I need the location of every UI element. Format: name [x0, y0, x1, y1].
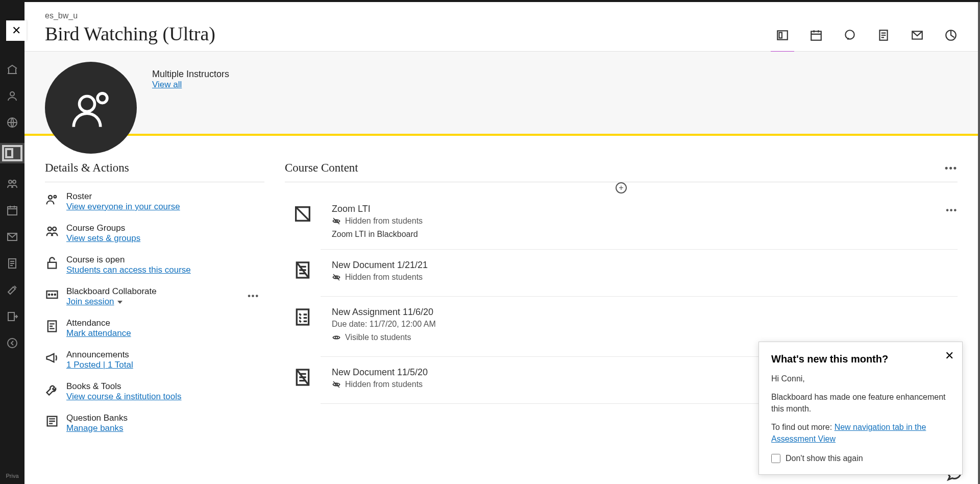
activity-icon[interactable]	[6, 116, 18, 129]
attendance-link[interactable]: Mark attendance	[66, 328, 131, 338]
svg-point-28	[55, 294, 56, 295]
content-item-title: Zoom LTI	[332, 204, 423, 214]
svg-point-19	[97, 93, 107, 103]
content-item[interactable]: Zoom LTIHidden from studentsZoom LTI in …	[321, 193, 958, 250]
close-icon: ✕	[12, 24, 21, 37]
content-item-icon	[292, 367, 313, 388]
profile-icon[interactable]	[6, 90, 18, 102]
announcements-row: Announcements 1 Posted | 1 Total	[45, 350, 264, 370]
svg-point-0	[10, 92, 14, 96]
messages-icon[interactable]	[6, 231, 18, 243]
visibility-row[interactable]: Visible to students	[332, 333, 436, 342]
header-tabs	[776, 29, 958, 45]
content-item-icon	[292, 204, 313, 224]
whats-new-popup: ✕ What's new this month? Hi Conni, Black…	[758, 342, 963, 475]
content-more-button[interactable]: •••	[945, 163, 958, 174]
visibility-row[interactable]: Hidden from students	[332, 216, 423, 226]
content-item-title: New Assignment 11/6/20	[332, 307, 436, 318]
tab-discussions[interactable]	[843, 29, 856, 42]
popup-close-button[interactable]: ✕	[945, 349, 954, 362]
svg-point-23	[53, 227, 56, 231]
svg-rect-9	[8, 312, 14, 321]
instructors-label: Multiple Instructors	[152, 69, 229, 80]
collab-row: Blackboard Collaborate Join session •••	[45, 286, 264, 307]
popup-body: Blackboard has made one feature enhancem…	[771, 392, 950, 415]
breadcrumb: es_bw_u	[45, 11, 215, 20]
content-item[interactable]: New Document 1/21/21Hidden from students	[321, 250, 958, 297]
qbanks-link[interactable]: Manage banks	[66, 423, 124, 433]
svg-point-5	[13, 180, 16, 183]
content-item-more-button[interactable]: •••	[946, 206, 958, 215]
announcements-link[interactable]: 1 Posted | 1 Total	[66, 360, 133, 370]
content-item-title: New Document 11/5/20	[332, 367, 428, 378]
access-link[interactable]: Students can access this course	[66, 265, 191, 275]
content-item-icon	[292, 260, 313, 280]
access-title: Course is open	[66, 255, 191, 265]
svg-rect-6	[8, 207, 17, 215]
tools-icon[interactable]	[6, 284, 18, 296]
scrollbar[interactable]	[978, 2, 980, 484]
groups-link[interactable]: View sets & groups	[66, 233, 140, 243]
svg-rect-12	[779, 33, 782, 38]
attendance-icon	[45, 319, 59, 333]
attendance-title: Attendance	[66, 318, 131, 328]
calendar-icon[interactable]	[6, 204, 18, 216]
privacy-label: Priva	[6, 473, 18, 479]
popup-checkbox-label: Don't show this again	[786, 454, 863, 463]
books-title: Books & Tools	[66, 381, 182, 392]
organizations-icon[interactable]	[6, 178, 18, 190]
collab-icon	[45, 287, 59, 302]
svg-point-36	[335, 336, 338, 339]
svg-rect-13	[811, 31, 821, 40]
courses-icon[interactable]	[0, 143, 24, 163]
add-content-button[interactable]: +	[616, 182, 627, 193]
popup-dont-show-checkbox[interactable]	[771, 454, 780, 463]
visibility-row[interactable]: Hidden from students	[332, 380, 428, 389]
svg-point-20	[48, 196, 52, 199]
content-item-title: New Document 1/21/21	[332, 260, 428, 271]
svg-point-27	[52, 294, 53, 295]
groups-icon	[45, 224, 59, 238]
wrench-icon	[45, 382, 59, 397]
tab-analytics[interactable]	[944, 29, 958, 42]
logout-arrow-icon[interactable]	[6, 337, 18, 349]
tab-messages[interactable]	[911, 29, 924, 42]
instructors-avatar	[45, 62, 137, 154]
roster-title: Roster	[66, 191, 180, 202]
course-header: es_bw_u Bird Watching (Ultra)	[24, 2, 978, 52]
collab-link[interactable]: Join session	[66, 297, 122, 306]
popup-cta: To find out more: New navigation tab in …	[771, 422, 950, 445]
visibility-row[interactable]: Hidden from students	[332, 273, 428, 282]
global-nav-rail: Priva	[0, 2, 24, 484]
view-all-instructors-link[interactable]: View all	[152, 80, 182, 89]
announcements-title: Announcements	[66, 350, 133, 360]
access-row: Course is open Students can access this …	[45, 255, 264, 275]
tab-calendar[interactable]	[810, 29, 823, 42]
books-row: Books & Tools View course & institution …	[45, 381, 264, 402]
svg-point-4	[9, 180, 12, 183]
content-item-icon	[292, 307, 313, 327]
popup-greeting: Hi Conni,	[771, 373, 950, 384]
attendance-row: Attendance Mark attendance	[45, 318, 264, 338]
svg-point-10	[8, 338, 17, 348]
qbanks-title: Question Banks	[66, 413, 128, 423]
svg-rect-3	[6, 149, 12, 157]
tab-gradebook[interactable]	[877, 29, 890, 42]
grades-icon[interactable]	[6, 257, 18, 270]
signout-icon[interactable]	[6, 310, 18, 323]
close-panel-button[interactable]: ✕	[6, 20, 27, 41]
qbanks-row: Question Banks Manage banks	[45, 413, 264, 433]
unlock-icon	[45, 256, 59, 270]
collab-more-button[interactable]: •••	[248, 292, 259, 301]
roster-link[interactable]: View everyone in your course	[66, 202, 180, 211]
tab-content[interactable]	[776, 29, 789, 42]
books-link[interactable]: View course & institution tools	[66, 392, 182, 401]
course-banner: Multiple Instructors View all	[24, 52, 978, 136]
chevron-down-icon	[117, 301, 122, 304]
popup-dont-show-row[interactable]: Don't show this again	[771, 454, 950, 463]
roster-row: Roster View everyone in your course	[45, 191, 264, 212]
details-actions-sidebar: Details & Actions Roster View everyone i…	[45, 161, 264, 445]
institution-icon[interactable]	[6, 63, 18, 76]
content-title: Course Content	[285, 161, 358, 175]
content-item-subtitle: Due date: 11/7/20, 12:00 AM	[332, 320, 436, 329]
